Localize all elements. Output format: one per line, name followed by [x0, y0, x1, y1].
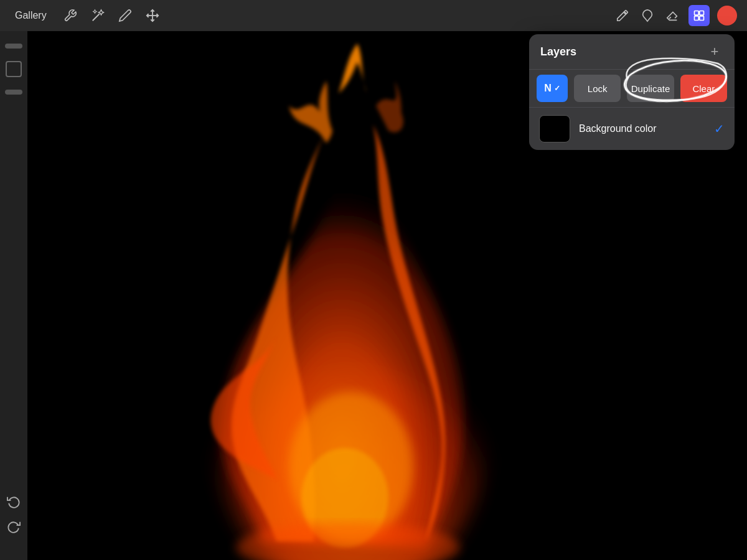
svg-line-0	[92, 14, 99, 21]
layers-panel-button[interactable]	[688, 5, 710, 26]
svg-rect-3	[695, 11, 699, 16]
layers-panel: Layers + N ✓ Lock Duplicate Clear Backgr…	[529, 34, 735, 150]
duplicate-button[interactable]: Duplicate	[627, 75, 674, 102]
layers-title: Layers	[540, 45, 576, 58]
add-layer-button[interactable]: +	[706, 43, 723, 60]
svg-rect-4	[700, 11, 704, 16]
sidebar-actions	[5, 493, 22, 535]
opacity-slider[interactable]	[5, 44, 22, 49]
left-sidebar	[0, 31, 27, 560]
toolbar-icons-left	[62, 7, 161, 24]
background-color-checkbox[interactable]: ✓	[714, 121, 725, 136]
size-slider[interactable]	[5, 90, 22, 95]
layers-header: Layers +	[529, 34, 735, 70]
background-color-label: Background color	[579, 123, 705, 134]
layer-row: N ✓ Lock Duplicate Clear	[529, 70, 735, 108]
toolbar-left: Gallery	[10, 7, 161, 24]
smudge-icon[interactable]	[639, 7, 656, 24]
blend-mode-button[interactable]: N ✓	[537, 75, 568, 102]
redo-button[interactable]	[5, 518, 22, 535]
svg-rect-6	[700, 16, 704, 21]
script-icon[interactable]	[116, 7, 134, 24]
toolbar-right	[614, 5, 737, 26]
wrench-icon[interactable]	[62, 7, 79, 24]
gallery-button[interactable]: Gallery	[10, 7, 52, 24]
move-icon[interactable]	[144, 7, 161, 24]
color-button[interactable]	[717, 6, 737, 26]
magic-wand-icon[interactable]	[89, 7, 106, 24]
brush-icon[interactable]	[614, 7, 631, 24]
undo-button[interactable]	[5, 493, 22, 510]
background-color-row: Background color ✓	[529, 108, 735, 150]
svg-rect-5	[695, 16, 699, 21]
clear-button[interactable]: Clear	[680, 75, 727, 102]
lock-button[interactable]: Lock	[574, 75, 621, 102]
eraser-icon[interactable]	[664, 7, 681, 24]
top-toolbar: Gallery	[0, 0, 747, 31]
transform-square[interactable]	[6, 61, 22, 77]
background-color-swatch[interactable]	[539, 115, 570, 142]
